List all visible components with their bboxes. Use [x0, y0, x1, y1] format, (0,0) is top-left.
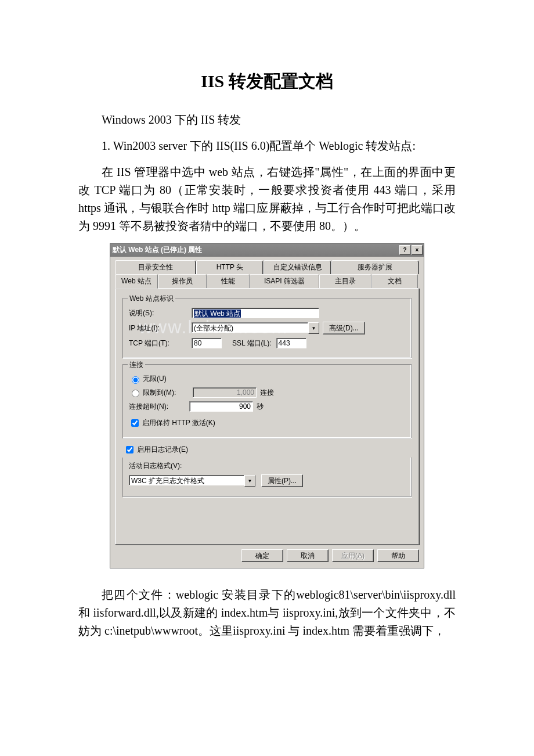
group-connections: 连接 无限(U) 限制到(M): 1,000 连接 连接超时(N): 900 秒: [122, 364, 412, 438]
paragraph-1: Windows 2003 下的 IIS 转发: [78, 111, 456, 129]
log-properties-button[interactable]: 属性(P)...: [261, 474, 303, 487]
label-unlimited: 无限(U): [143, 374, 167, 384]
input-tcp-port[interactable]: 80: [192, 338, 222, 348]
label-description: 说明(S):: [129, 308, 192, 318]
label-keepalive: 启用保持 HTTP 激活(K): [142, 418, 215, 428]
select-ip[interactable]: (全部未分配) ▼: [192, 322, 319, 334]
label-ssl-port: SSL 端口(L):: [232, 339, 272, 348]
close-icon[interactable]: ×: [412, 245, 423, 255]
tab-documents[interactable]: 文档: [371, 274, 418, 288]
input-ssl-port[interactable]: 443: [276, 338, 306, 348]
unit-seconds: 秒: [257, 402, 264, 412]
label-logging: 启用日志记录(E): [137, 445, 188, 455]
group-connections-legend: 连接: [128, 360, 145, 370]
check-logging[interactable]: [126, 446, 134, 453]
input-description[interactable]: 默认 Web 站点: [192, 308, 319, 318]
label-tcp-port: TCP 端口(T):: [129, 339, 192, 348]
paragraph-4: 把四个文件：weblogic 安装目录下的weblogic81\server\b…: [78, 586, 456, 640]
paragraph-3: 在 IIS 管理器中选中 web 站点，右键选择"属性"，在上面的界面中更改 T…: [78, 163, 456, 235]
apply-button[interactable]: 应用(A): [332, 549, 374, 562]
dialog-title: 默认 Web 站点 (已停止) 属性: [113, 245, 202, 255]
help-button[interactable]: 帮助: [377, 549, 419, 562]
input-limit[interactable]: 1,000: [193, 387, 257, 398]
check-keepalive[interactable]: [131, 419, 139, 427]
input-timeout[interactable]: 900: [189, 401, 253, 412]
dialog-titlebar[interactable]: 默认 Web 站点 (已停止) 属性 ? ×: [110, 243, 424, 257]
group-logging: 活动日志格式(V): W3C 扩充日志文件格式 ▼ 属性(P)...: [122, 458, 412, 497]
tab-website[interactable]: Web 站点: [115, 274, 158, 289]
cancel-button[interactable]: 取消: [287, 549, 329, 562]
radio-limit[interactable]: [132, 390, 139, 397]
unit-connections: 连接: [260, 388, 274, 398]
properties-dialog: 默认 Web 站点 (已停止) 属性 ? × 目录安全性 HTTP 头 自定义错…: [110, 243, 424, 568]
label-ip: IP 地址(I):: [129, 323, 192, 333]
label-limit: 限制到(M):: [143, 388, 193, 398]
label-timeout: 连接超时(N):: [129, 402, 189, 412]
advanced-button[interactable]: 高级(D)...: [323, 322, 365, 334]
tab-isapi[interactable]: ISAPI 筛选器: [250, 274, 319, 288]
tab-security[interactable]: 目录安全性: [115, 260, 196, 274]
chevron-down-icon[interactable]: ▼: [244, 475, 255, 487]
chevron-down-icon[interactable]: ▼: [308, 322, 319, 334]
ok-button[interactable]: 确定: [241, 549, 283, 562]
tab-http-headers[interactable]: HTTP 头: [196, 260, 264, 274]
group-site-id: Web 站点标识 说明(S): 默认 Web 站点 IP 地址(I): (全部未…: [122, 298, 412, 358]
group-site-id-legend: Web 站点标识: [128, 294, 175, 304]
doc-title: IIS 转发配置文档: [78, 70, 456, 93]
tab-home-dir[interactable]: 主目录: [319, 274, 371, 288]
select-log-format[interactable]: W3C 扩充日志文件格式 ▼: [129, 475, 255, 487]
label-log-format: 活动日志格式(V):: [129, 461, 405, 471]
radio-unlimited[interactable]: [132, 376, 139, 384]
help-icon[interactable]: ?: [399, 245, 410, 255]
tab-custom-errors[interactable]: 自定义错误信息: [264, 260, 331, 274]
tab-performance[interactable]: 性能: [207, 274, 250, 288]
tab-operators[interactable]: 操作员: [158, 274, 207, 288]
paragraph-2: 1. Win2003 server 下的 IIS(IIS 6.0)配置单个 We…: [78, 137, 456, 155]
tab-server-ext[interactable]: 服务器扩展: [331, 260, 419, 274]
